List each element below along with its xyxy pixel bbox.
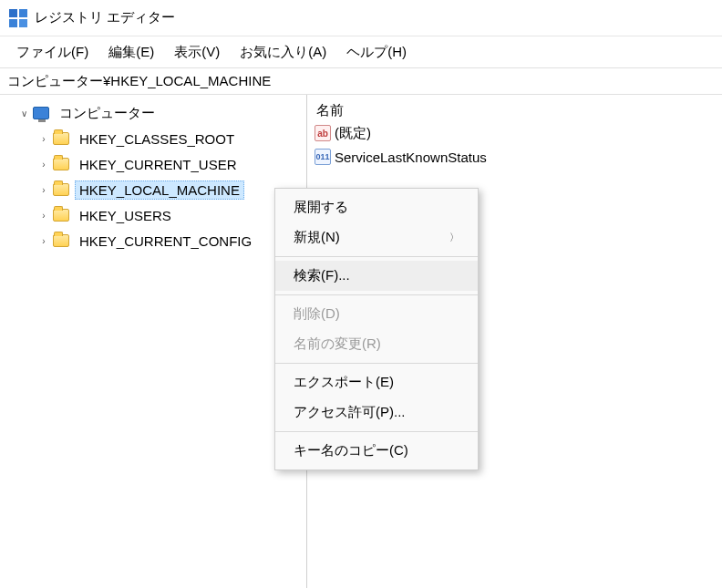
list-row[interactable]: 011 ServiceLastKnownStatus — [307, 145, 722, 169]
context-menu-permissions[interactable]: アクセス許可(P)... — [275, 397, 478, 428]
tree-item-hklm[interactable]: › HKEY_LOCAL_MACHINE — [0, 177, 306, 202]
folder-icon — [53, 158, 69, 170]
computer-icon — [33, 107, 49, 119]
tree-root[interactable]: ∨ コンピューター — [0, 100, 306, 126]
tree-item-label: HKEY_CURRENT_USER — [75, 155, 242, 174]
menu-separator — [275, 431, 478, 432]
chevron-down-icon[interactable]: ∨ — [16, 106, 31, 120]
app-icon — [9, 9, 27, 27]
menu-view[interactable]: 表示(V) — [165, 40, 229, 65]
tree-pane[interactable]: ∨ コンピューター › HKEY_CLASSES_ROOT › HKEY_CUR… — [0, 95, 307, 588]
folder-icon — [53, 209, 69, 222]
chevron-right-icon: 〉 — [449, 231, 459, 244]
chevron-right-icon[interactable]: › — [36, 131, 51, 146]
tree-item-hkcr[interactable]: › HKEY_CLASSES_ROOT — [0, 126, 306, 151]
tree-item-hku[interactable]: › HKEY_USERS — [0, 202, 306, 228]
menu-edit[interactable]: 編集(E) — [99, 40, 163, 65]
context-menu-export[interactable]: エクスポート(E) — [275, 367, 478, 397]
chevron-right-icon[interactable]: › — [36, 182, 51, 197]
context-menu-rename: 名前の変更(R) — [275, 329, 478, 359]
context-menu-find[interactable]: 検索(F)... — [275, 261, 478, 291]
tree-root-label: コンピューター — [55, 103, 160, 124]
menu-file[interactable]: ファイル(F) — [7, 40, 98, 65]
list-cell-name: (既定) — [335, 125, 371, 142]
reg-string-icon: ab — [315, 125, 331, 141]
address-path: コンピューター¥HKEY_LOCAL_MACHINE — [7, 73, 271, 90]
reg-binary-icon: 011 — [315, 149, 331, 165]
context-menu-new[interactable]: 新規(N)〉 — [275, 222, 478, 253]
list-row[interactable]: ab (既定) — [307, 121, 722, 145]
chevron-right-icon[interactable]: › — [36, 157, 51, 171]
chevron-right-icon[interactable]: › — [36, 233, 51, 248]
folder-icon — [53, 132, 69, 145]
folder-icon — [53, 183, 69, 196]
menu-separator — [275, 256, 478, 257]
title-bar: レジストリ エディター — [0, 0, 722, 36]
menu-separator — [275, 294, 478, 295]
menu-favorites[interactable]: お気に入り(A) — [231, 40, 335, 65]
tree-item-label: HKEY_LOCAL_MACHINE — [75, 181, 244, 200]
tree-item-hkcu[interactable]: › HKEY_CURRENT_USER — [0, 151, 306, 177]
chevron-right-icon[interactable]: › — [36, 208, 51, 222]
context-menu-delete: 削除(D) — [275, 299, 478, 329]
tree-item-label: HKEY_USERS — [75, 206, 176, 225]
column-header-name[interactable]: 名前 — [307, 100, 722, 121]
context-menu: 展開する 新規(N)〉 検索(F)... 削除(D) 名前の変更(R) エクスポ… — [274, 188, 479, 470]
address-bar[interactable]: コンピューター¥HKEY_LOCAL_MACHINE — [0, 67, 722, 95]
window-title: レジストリ エディター — [35, 9, 175, 26]
menu-separator — [275, 363, 478, 364]
menu-help[interactable]: ヘルプ(H) — [337, 40, 416, 65]
tree-item-hkcc[interactable]: › HKEY_CURRENT_CONFIG — [0, 228, 306, 253]
tree-item-label: HKEY_CLASSES_ROOT — [75, 129, 239, 149]
tree-item-label: HKEY_CURRENT_CONFIG — [75, 232, 256, 251]
folder-icon — [53, 234, 69, 247]
menu-bar: ファイル(F) 編集(E) 表示(V) お気に入り(A) ヘルプ(H) — [0, 36, 722, 67]
list-cell-name: ServiceLastKnownStatus — [335, 150, 487, 165]
context-menu-copy-key-name[interactable]: キー名のコピー(C) — [275, 436, 478, 466]
context-menu-expand[interactable]: 展開する — [275, 192, 478, 222]
